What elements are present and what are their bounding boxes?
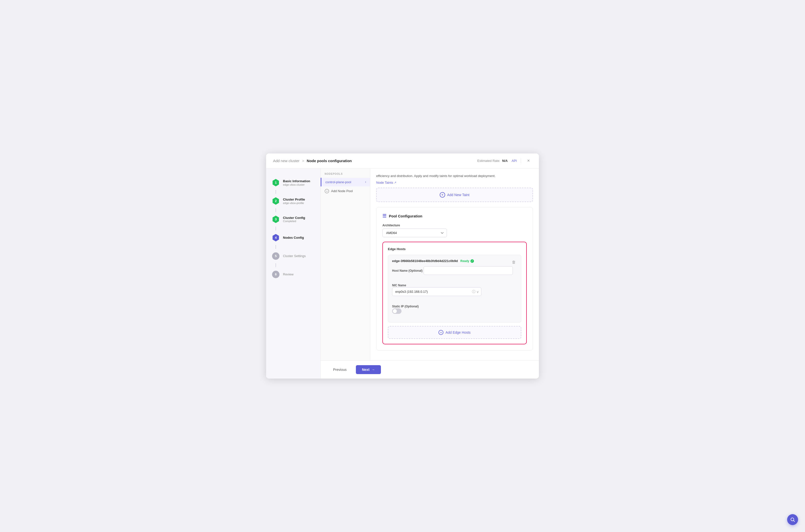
delete-edge-host-button[interactable]: 🗑 (510, 259, 518, 266)
close-button[interactable]: × (525, 157, 532, 164)
edge-hosts-section: Edge Hosts 🗑 edge-3f666b581048ee48b3fd9d… (382, 242, 527, 344)
nic-name-field: NIC Name ⓘ ∨ (392, 283, 517, 296)
sidebar: 1 Basic Information edge-vbox-cluster 2 … (266, 169, 321, 379)
static-ip-field: Static IP (Optional) (392, 304, 517, 314)
static-ip-toggle-wrap (392, 308, 517, 314)
sidebar-item-cluster-config[interactable]: 3 Cluster Config Completed (266, 212, 320, 227)
sidebar-item-status-3: Completed (283, 220, 305, 223)
sidebar-item-cluster-settings[interactable]: 5 Cluster Settings (266, 249, 320, 263)
sidebar-item-review[interactable]: 6 Review (266, 267, 320, 282)
architecture-field: Architecture AMD64 ARM64 (382, 224, 527, 237)
next-arrow-icon: → (372, 368, 375, 372)
taint-intro-text: efficiency and distribution. Apply and m… (376, 173, 533, 178)
architecture-label: Architecture (382, 224, 527, 227)
add-edge-hosts-button[interactable]: + Add Edge Hosts (388, 326, 521, 339)
nodepool-panel: NODEPOOLS control-plane-pool › + Add Nod… (321, 169, 539, 361)
breadcrumb-separator: > (302, 159, 304, 163)
content-area: NODEPOOLS control-plane-pool › + Add Nod… (321, 169, 539, 379)
sidebar-item-title-1: Basic Information (283, 179, 310, 183)
breadcrumb-current: Node pools configuration (307, 159, 352, 163)
external-link-icon: ↗ (394, 181, 396, 184)
add-node-pool-button[interactable]: + Add Node Pool (321, 186, 370, 196)
edge-host-top: edge-3f666b581048ee48b3fd9d4d221c0b9d Re… (392, 259, 517, 263)
breadcrumb-parent: Add new cluster (273, 159, 300, 163)
static-ip-label: Static IP (Optional) (392, 305, 418, 308)
search-icon (790, 517, 795, 522)
pool-config-header: ☰ Pool Configuration (382, 213, 527, 218)
host-name-label: Host Name (Optional) (392, 269, 423, 272)
status-ready-icon (470, 259, 474, 263)
sidebar-item-title-4: Nodes Config (283, 236, 304, 240)
pool-config-icon: ☰ (382, 213, 387, 218)
nic-input-wrap: ⓘ ∨ (392, 287, 481, 296)
estimated-rate-label: Estimated Rate: N/A (478, 159, 508, 163)
pool-config-title: Pool Configuration (389, 214, 422, 218)
chevron-right-icon: › (365, 180, 366, 184)
previous-button[interactable]: Previous (327, 365, 352, 374)
edge-host-name: edge-3f666b581048ee48b3fd9d4d221c0b9d (392, 259, 458, 263)
svg-line-1 (793, 520, 795, 522)
nodepool-item-control-plane[interactable]: control-plane-pool › (321, 178, 370, 186)
add-edge-hosts-plus-icon: + (438, 330, 444, 335)
step-badge-2: 2 (272, 197, 280, 205)
sidebar-item-cluster-profile[interactable]: 2 Cluster Profile edge-vbox-profile (266, 194, 320, 208)
nodepool-sidebar-label: NODEPOOLS (321, 173, 370, 178)
edge-host-fields: Host Name (Optional) NIC Name (392, 266, 517, 318)
sidebar-item-basic-information[interactable]: 1 Basic Information edge-vbox-cluster (266, 175, 320, 190)
nic-name-input[interactable] (392, 287, 481, 296)
info-icon: ⓘ (472, 289, 475, 294)
architecture-select[interactable]: AMD64 ARM64 (382, 229, 447, 237)
taint-section: efficiency and distribution. Apply and m… (376, 173, 533, 202)
header-right: Estimated Rate: N/A API × (478, 157, 532, 164)
connector-2 (276, 208, 276, 212)
search-fab-button[interactable] (787, 514, 798, 525)
sidebar-item-subtitle-1: edge-vbox-cluster (283, 183, 310, 186)
connector-3 (276, 227, 276, 231)
next-button[interactable]: Next → (356, 365, 381, 374)
main-layout: 1 Basic Information edge-vbox-cluster 2 … (266, 169, 539, 379)
host-name-input[interactable] (424, 266, 513, 275)
step-badge-3: 3 (272, 216, 280, 223)
node-taints-link[interactable]: Node Taints ↗ (376, 181, 396, 185)
sidebar-item-title-2: Cluster Profile (283, 197, 305, 201)
sidebar-item-title-5: Cluster Settings (283, 254, 306, 258)
sidebar-item-title-3: Cluster Config (283, 216, 305, 220)
circle-plus-icon: + (440, 192, 445, 197)
step-badge-5: 5 (272, 252, 280, 260)
sidebar-item-subtitle-2: edge-vbox-profile (283, 202, 305, 205)
host-name-field: Host Name (Optional) (392, 266, 517, 275)
sidebar-item-title-6: Review (283, 272, 294, 276)
step-badge-4: 4 (272, 234, 280, 242)
step-badge-6: 6 (272, 271, 280, 278)
pool-config-card: ☰ Pool Configuration Architecture AMD64 … (376, 207, 533, 350)
connector-5 (276, 263, 276, 267)
sidebar-item-nodes-config[interactable]: 4 Nodes Config (266, 231, 320, 245)
nic-icons: ⓘ ∨ (472, 289, 479, 294)
chevron-down-icon[interactable]: ∨ (476, 290, 479, 294)
static-ip-toggle[interactable] (392, 308, 401, 314)
main-content: efficiency and distribution. Apply and m… (370, 169, 539, 361)
add-new-taint-button[interactable]: + Add New Taint (376, 188, 533, 202)
footer: Previous Next → (321, 360, 539, 379)
plus-icon: + (325, 189, 329, 193)
header: Add new cluster > Node pools configurati… (266, 153, 539, 169)
connector-4 (276, 245, 276, 249)
edge-hosts-title: Edge Hosts (388, 247, 521, 251)
edge-host-card: 🗑 edge-3f666b581048ee48b3fd9d4d221c0b9d … (388, 255, 521, 323)
connector-1 (276, 190, 276, 194)
breadcrumb: Add new cluster > Node pools configurati… (273, 159, 352, 163)
nodepool-sidebar: NODEPOOLS control-plane-pool › + Add Nod… (321, 169, 370, 361)
nic-name-label: NIC Name (392, 284, 406, 287)
status-badge: Ready (460, 259, 474, 263)
step-badge-1: 1 (272, 179, 280, 186)
api-link[interactable]: API (512, 159, 517, 163)
